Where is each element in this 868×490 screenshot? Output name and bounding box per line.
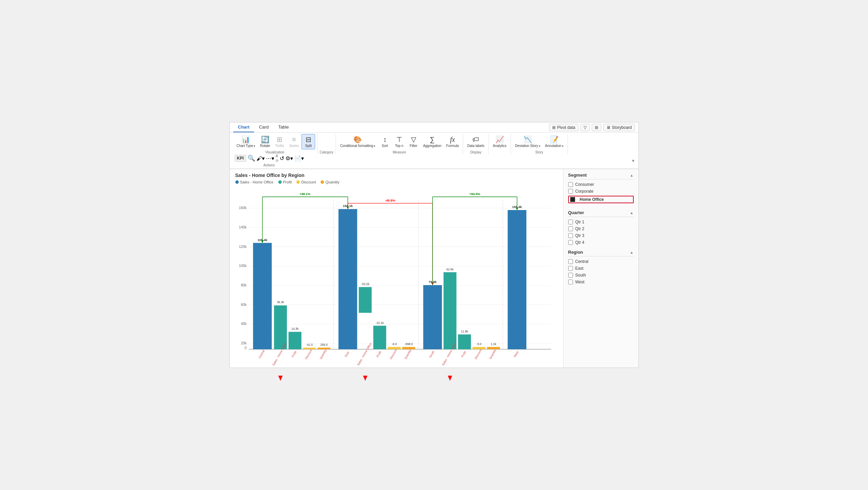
- segment-consumer-label: Consumer: [575, 182, 594, 187]
- visualization-group: 📊 Chart Type 🔄 Rotate ⊞ Trellis ≡ Series: [233, 134, 318, 154]
- region-south[interactable]: South: [568, 273, 634, 278]
- quarter-qtr4-checkbox[interactable]: [568, 240, 573, 245]
- filter-button[interactable]: ▽: [580, 124, 590, 131]
- tab-card[interactable]: Card: [254, 122, 273, 132]
- quarter-qtr3-checkbox[interactable]: [568, 233, 573, 238]
- segment-homeoffice[interactable]: Home Office: [568, 196, 634, 203]
- svg-text:+48.1%: +48.1%: [299, 192, 310, 196]
- svg-text:11.9k: 11.9k: [461, 330, 468, 333]
- legend-dot-sales: [235, 180, 239, 184]
- grid-button[interactable]: ⊞: [592, 124, 601, 131]
- segment-corporate[interactable]: Corporate: [568, 189, 634, 194]
- series-button[interactable]: ≡ Series: [287, 134, 301, 149]
- segment-consumer[interactable]: Consumer: [568, 182, 634, 187]
- svg-text:62.5k: 62.5k: [446, 268, 454, 271]
- quarter-chevron[interactable]: ▲: [630, 211, 634, 215]
- ribbon: 📊 Chart Type 🔄 Rotate ⊞ Trellis ≡ Series: [230, 133, 638, 169]
- aggregation-button[interactable]: ∑ Aggregation: [421, 134, 443, 149]
- region-south-checkbox[interactable]: [568, 273, 573, 278]
- rotate-icon: 🔄: [261, 135, 269, 144]
- filter-ribbon-icon: ▽: [411, 135, 416, 144]
- data-labels-button[interactable]: 🏷 Data labels: [465, 134, 486, 149]
- svg-text:East: East: [344, 351, 350, 357]
- storyboard-icon: 🖥: [606, 125, 610, 130]
- legend-item-quantity: Quantity: [321, 180, 339, 184]
- search-icon[interactable]: 🔍: [248, 154, 255, 162]
- bar-central-profit2[interactable]: [288, 332, 301, 349]
- bar-south-profit[interactable]: [443, 272, 456, 349]
- quarter-qtr2[interactable]: Qtr 2: [568, 226, 634, 231]
- export-dropdown[interactable]: 📄▾: [294, 155, 304, 162]
- analytics-icon: 📈: [496, 135, 504, 144]
- svg-text:-5.0: -5.0: [476, 342, 482, 346]
- region-east[interactable]: East: [568, 266, 634, 271]
- region-central[interactable]: Central: [568, 259, 634, 264]
- sort-icon: ↕: [383, 135, 386, 144]
- filter-ribbon-button[interactable]: ▽ Filter: [407, 134, 420, 149]
- sort-button[interactable]: ↕ Sort: [378, 134, 392, 149]
- pivot-data-button[interactable]: ⊞ Pivot data: [549, 124, 578, 131]
- svg-text:Quantity: Quantity: [403, 348, 412, 360]
- refresh-icon[interactable]: ↺: [280, 155, 284, 162]
- bar-east-sales[interactable]: [338, 209, 357, 349]
- a-icon[interactable]: A: [276, 154, 278, 158]
- circle-icon[interactable]: ⊙: [276, 159, 278, 162]
- svg-text:Discount: Discount: [304, 348, 313, 360]
- bar-east-profit2[interactable]: [373, 326, 386, 349]
- segment-chevron[interactable]: ▲: [630, 173, 634, 177]
- chart-legend: Sales - Home Office Profit Discount Quan…: [235, 180, 558, 184]
- segment-corporate-checkbox[interactable]: [568, 189, 573, 194]
- bar-south-profit2[interactable]: [458, 335, 471, 349]
- region-central-checkbox[interactable]: [568, 259, 573, 264]
- svg-text:14.3k: 14.3k: [291, 327, 299, 330]
- annotation-button[interactable]: 📝 Annotation: [543, 134, 565, 149]
- brush-dropdown[interactable]: 🖌▾: [256, 155, 265, 162]
- grid-icon: ⊞: [595, 125, 598, 130]
- expand-ribbon-button[interactable]: ▾: [632, 154, 636, 167]
- svg-text:60k: 60k: [241, 303, 247, 307]
- split-button[interactable]: ⊟ Split: [301, 134, 315, 149]
- svg-text:-898.0: -898.0: [404, 342, 413, 346]
- quarter-header: Quarter ▲: [568, 210, 634, 217]
- quarter-qtr1-checkbox[interactable]: [568, 220, 573, 224]
- region-header: Region ▲: [568, 250, 634, 256]
- legend-label-quantity: Quantity: [325, 180, 339, 184]
- region-west-checkbox[interactable]: [568, 280, 573, 284]
- svg-text:Discount: Discount: [474, 348, 483, 360]
- settings-dropdown[interactable]: ⚙▾: [285, 155, 293, 162]
- conditional-formatting-button[interactable]: 🎨 Conditional formatting: [338, 134, 378, 149]
- analytics-button[interactable]: 📈 Analytics: [491, 134, 509, 149]
- bar-east-profit[interactable]: [358, 287, 371, 313]
- bar-west-sales[interactable]: [507, 210, 526, 349]
- quarter-qtr4[interactable]: Qtr 4: [568, 240, 634, 245]
- rotate-button[interactable]: 🔄 Rotate: [258, 134, 272, 149]
- quarter-qtr2-checkbox[interactable]: [568, 226, 573, 231]
- region-east-label: East: [575, 266, 584, 271]
- segment-consumer-checkbox[interactable]: [568, 182, 573, 187]
- trellis-button[interactable]: ⊞ Trellis: [273, 134, 286, 149]
- bar-central-sales[interactable]: [253, 243, 271, 349]
- legend-item-discount: Discount: [296, 180, 316, 184]
- measure-group: 🎨 Conditional formatting ↕ Sort ⊤ Top n …: [336, 134, 463, 154]
- region-east-checkbox[interactable]: [568, 266, 573, 271]
- quarter-qtr2-label: Qtr 2: [575, 226, 585, 231]
- pivot-icon: ⊞: [552, 125, 556, 130]
- formula-button[interactable]: fx Formula: [444, 134, 461, 149]
- tab-chart[interactable]: Chart: [233, 122, 254, 132]
- toolbar-top-right: ⊞ Pivot data ▽ ⊞ 🖥 Storyboard: [549, 122, 635, 132]
- deviation-button[interactable]: 📉 Deviation Story: [513, 134, 542, 149]
- svg-text:Profit: Profit: [291, 350, 297, 358]
- storyboard-button[interactable]: 🖥 Storyboard: [603, 124, 635, 131]
- kpi-button[interactable]: KPI: [235, 155, 246, 162]
- bar-south-sales[interactable]: [423, 285, 442, 349]
- segment-homeoffice-checkbox[interactable]: [570, 197, 575, 202]
- quarter-qtr1[interactable]: Qtr 1: [568, 220, 634, 224]
- quarter-qtr3[interactable]: Qtr 3: [568, 233, 634, 238]
- region-west[interactable]: West: [568, 280, 634, 284]
- topn-button[interactable]: ⊤ Top n: [392, 134, 406, 149]
- toolbar: Chart Card Table ⊞ Pivot data ▽ ⊞ 🖥 Stor…: [230, 122, 638, 169]
- region-chevron[interactable]: ▲: [630, 250, 634, 254]
- tab-table[interactable]: Table: [274, 122, 294, 132]
- more-dropdown[interactable]: ⋯▾: [266, 155, 274, 162]
- chart-type-button[interactable]: 📊 Chart Type: [235, 134, 258, 149]
